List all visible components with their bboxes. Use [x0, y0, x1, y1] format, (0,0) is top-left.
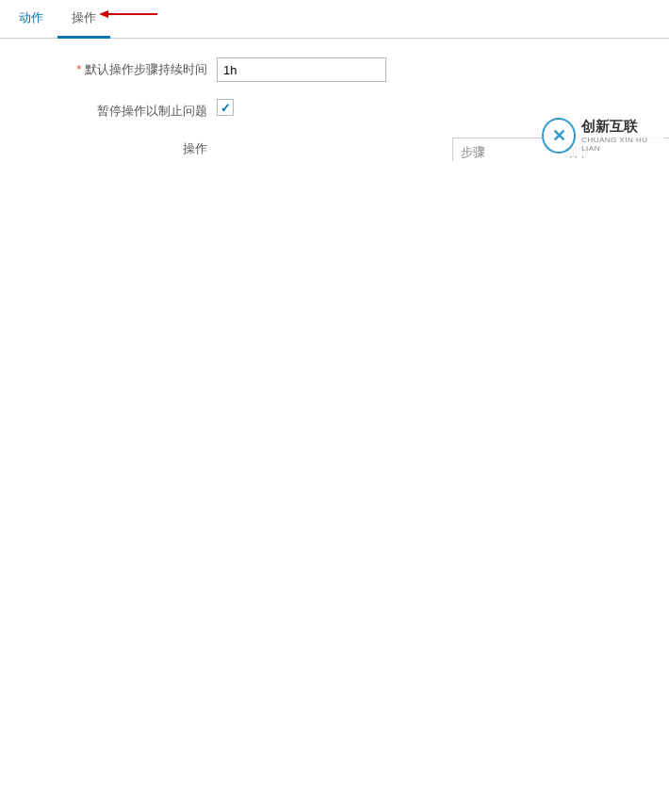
tab-action[interactable]: 动作	[5, 0, 57, 38]
label-default-duration: 默认操作步骤持续时间	[0, 57, 217, 78]
pause-checkbox[interactable]	[217, 99, 234, 116]
watermark-logo-icon: ✕	[542, 118, 576, 154]
label-pause: 暂停操作以制止问题	[0, 99, 217, 120]
tab-operation[interactable]: 操作	[57, 0, 110, 39]
label-operation: 操作	[0, 137, 217, 157]
default-duration-input[interactable]	[217, 57, 386, 82]
watermark: ✕ 创新互联 CHUANG XIN HU LIAN	[542, 114, 664, 156]
tab-bar: 动作 操作	[0, 0, 669, 39]
